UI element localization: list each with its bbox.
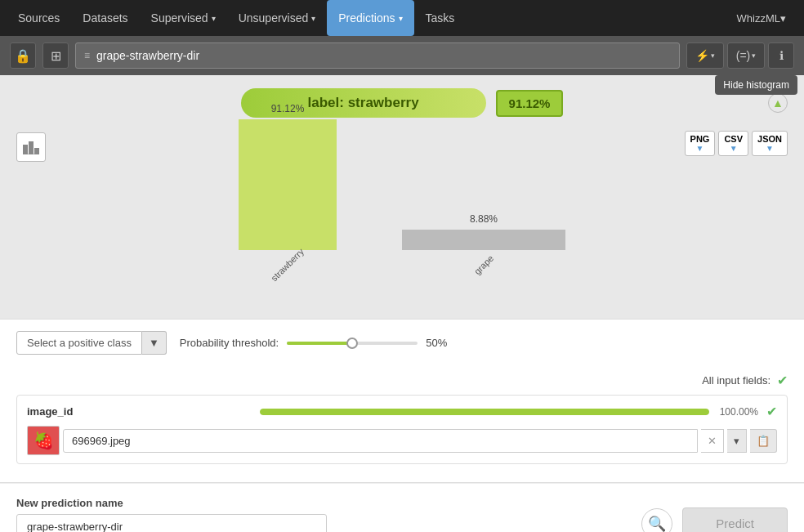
hide-histogram-btn[interactable]: ▲ bbox=[768, 93, 788, 113]
bar-label-grape-bottom: grape bbox=[472, 253, 495, 276]
predictions-dropdown-arrow: ▾ bbox=[399, 14, 403, 23]
main-content: label: strawberry 91.12% ▲ PNG ▼ CSV ▼ bbox=[0, 75, 804, 532]
positive-class-placeholder: Select a positive class bbox=[27, 337, 132, 349]
refresh-btn[interactable]: ⚡ ▾ bbox=[686, 42, 724, 69]
nav-tasks[interactable]: Tasks bbox=[414, 0, 467, 36]
field-file-btn-image-id[interactable]: 📋 bbox=[750, 429, 777, 453]
prob-value: 50% bbox=[426, 337, 447, 349]
json-download-icon: ▼ bbox=[766, 144, 774, 153]
field-name-image-id: image_id bbox=[27, 405, 252, 418]
refresh-dropdown-arrow: ▾ bbox=[711, 51, 715, 60]
bar-grape bbox=[402, 230, 565, 250]
info-icon: ℹ bbox=[779, 49, 784, 62]
prediction-percent: 91.12% bbox=[496, 90, 564, 117]
positive-class-select: Select a positive class ▼ bbox=[16, 331, 167, 355]
csv-label: CSV bbox=[724, 134, 743, 144]
nav-tasks-label: Tasks bbox=[426, 11, 455, 25]
csv-download-icon: ▼ bbox=[730, 144, 738, 153]
positive-class-btn[interactable]: Select a positive class bbox=[16, 331, 142, 355]
whizzml-dropdown-arrow: ▾ bbox=[780, 12, 786, 25]
field-progress-bar-image-id bbox=[260, 409, 709, 415]
field-input-row-image-id: 🍓 ✕ ▾ 📋 bbox=[27, 426, 777, 455]
tree-icon[interactable]: ⊞ bbox=[42, 42, 69, 69]
chart-toggle-btn[interactable] bbox=[16, 132, 46, 162]
search-icon: 🔍 bbox=[648, 515, 666, 533]
prediction-name-label: New prediction name bbox=[16, 497, 327, 509]
prediction-name-group: New prediction name bbox=[16, 497, 327, 532]
page-title: grape-strawberry-dir bbox=[96, 49, 199, 62]
export-csv-btn[interactable]: CSV ▼ bbox=[718, 131, 748, 156]
supervised-dropdown-arrow: ▾ bbox=[212, 14, 216, 23]
positive-class-arrow-btn[interactable]: ▼ bbox=[142, 331, 167, 355]
equals-btn[interactable]: (=) ▾ bbox=[727, 42, 765, 69]
prob-threshold: Probability threshold: 50% bbox=[180, 335, 447, 351]
nav-unsupervised[interactable]: Unsupervised ▾ bbox=[227, 0, 328, 36]
whizzml-label: WhizzML bbox=[737, 12, 780, 25]
fields-area: All input fields: ✔ image_id 100.00% ✔ 🍓… bbox=[0, 366, 804, 483]
svg-rect-1 bbox=[29, 141, 34, 154]
field-dropdown-btn-image-id[interactable]: ▾ bbox=[727, 429, 747, 453]
equals-dropdown-arrow: ▾ bbox=[752, 51, 756, 60]
prediction-name-input[interactable] bbox=[16, 514, 327, 532]
chart-export-btns: PNG ▼ CSV ▼ JSON ▼ bbox=[685, 131, 788, 156]
png-download-icon: ▼ bbox=[696, 144, 704, 153]
thumbnail-emoji: 🍓 bbox=[34, 431, 54, 450]
toolbar: 🔒 ⊞ ≡ grape-strawberry-dir ⚡ ▾ (=) ▾ ℹ H… bbox=[0, 36, 804, 75]
nav-sources[interactable]: Sources bbox=[7, 0, 71, 36]
bar-label-grape-top: 8.88% bbox=[470, 213, 498, 225]
all-input-fields-label: All input fields: bbox=[702, 374, 770, 387]
field-progress-fill-image-id bbox=[260, 409, 709, 415]
tooltip: Hide histogram bbox=[715, 75, 797, 95]
nav-supervised-label: Supervised bbox=[151, 11, 208, 25]
bar-group-grape: 8.88% grape bbox=[402, 213, 565, 270]
bar-label-strawberry-top: 91.12% bbox=[271, 103, 305, 114]
json-label: JSON bbox=[757, 134, 782, 144]
nav-unsupervised-label: Unsupervised bbox=[239, 11, 309, 25]
nav-supervised[interactable]: Supervised ▾ bbox=[140, 0, 227, 36]
slider-fill bbox=[287, 342, 352, 345]
field-row-image-id: image_id 100.00% ✔ 🍓 ✕ ▾ 📋 bbox=[16, 395, 788, 464]
controls-area: Select a positive class ▼ Probability th… bbox=[0, 319, 804, 366]
export-png-btn[interactable]: PNG ▼ bbox=[685, 131, 716, 156]
whizzml-menu[interactable]: WhizzML ▾ bbox=[726, 12, 797, 25]
all-input-fields-row: All input fields: ✔ bbox=[16, 366, 788, 395]
positive-class-arrow-icon: ▼ bbox=[149, 337, 159, 349]
info-btn[interactable]: ℹ bbox=[768, 42, 794, 69]
field-percent-image-id: 100.00% bbox=[717, 406, 758, 418]
svg-rect-0 bbox=[23, 145, 28, 154]
bar-group-strawberry: 91.12% strawberry bbox=[239, 103, 337, 270]
toolbar-right-icons: ⚡ ▾ (=) ▾ ℹ bbox=[686, 42, 794, 69]
doc-icon: ≡ bbox=[84, 50, 90, 61]
chart-area: PNG ▼ CSV ▼ JSON ▼ 91.12% strawberry 8.8… bbox=[0, 124, 804, 319]
lock-icon[interactable]: 🔒 bbox=[10, 42, 36, 69]
bar-label-strawberry-bottom: strawberry bbox=[270, 247, 306, 284]
bar-chart-icon bbox=[23, 140, 39, 154]
field-checkbox-image-id[interactable]: ✔ bbox=[766, 404, 777, 419]
field-thumbnail-image-id: 🍓 bbox=[27, 426, 60, 455]
prediction-bar-area: label: strawberry 91.12% ▲ bbox=[0, 75, 804, 124]
prob-threshold-label: Probability threshold: bbox=[180, 337, 279, 349]
export-json-btn[interactable]: JSON ▼ bbox=[752, 131, 788, 156]
equals-icon: (=) bbox=[736, 49, 751, 62]
field-text-input-image-id[interactable] bbox=[63, 429, 698, 453]
refresh-icon: ⚡ bbox=[695, 49, 709, 62]
chart-canvas: 91.12% strawberry 8.88% grape bbox=[16, 139, 788, 302]
bottom-right: 🔍 Predict bbox=[641, 507, 788, 532]
controls-row: Select a positive class ▼ Probability th… bbox=[16, 331, 788, 355]
nav-predictions-label: Predictions bbox=[338, 11, 395, 25]
field-header-image-id: image_id 100.00% ✔ bbox=[27, 404, 777, 419]
nav-datasets[interactable]: Datasets bbox=[71, 0, 139, 36]
bottom-area: New prediction name 🔍 Predict bbox=[0, 483, 804, 532]
nav-predictions[interactable]: Predictions ▾ bbox=[327, 0, 413, 36]
svg-rect-2 bbox=[34, 148, 39, 154]
tooltip-text: Hide histogram bbox=[723, 79, 789, 91]
all-fields-check-icon[interactable]: ✔ bbox=[777, 373, 788, 388]
top-nav: Sources Datasets Supervised ▾ Unsupervis… bbox=[0, 0, 804, 36]
prob-slider-container[interactable] bbox=[287, 335, 418, 351]
predict-btn[interactable]: Predict bbox=[682, 507, 788, 532]
unsupervised-dropdown-arrow: ▾ bbox=[311, 14, 315, 23]
nav-datasets-label: Datasets bbox=[83, 11, 127, 25]
search-btn[interactable]: 🔍 bbox=[641, 508, 672, 533]
field-clear-btn-image-id[interactable]: ✕ bbox=[701, 429, 724, 453]
slider-thumb[interactable] bbox=[346, 338, 358, 349]
